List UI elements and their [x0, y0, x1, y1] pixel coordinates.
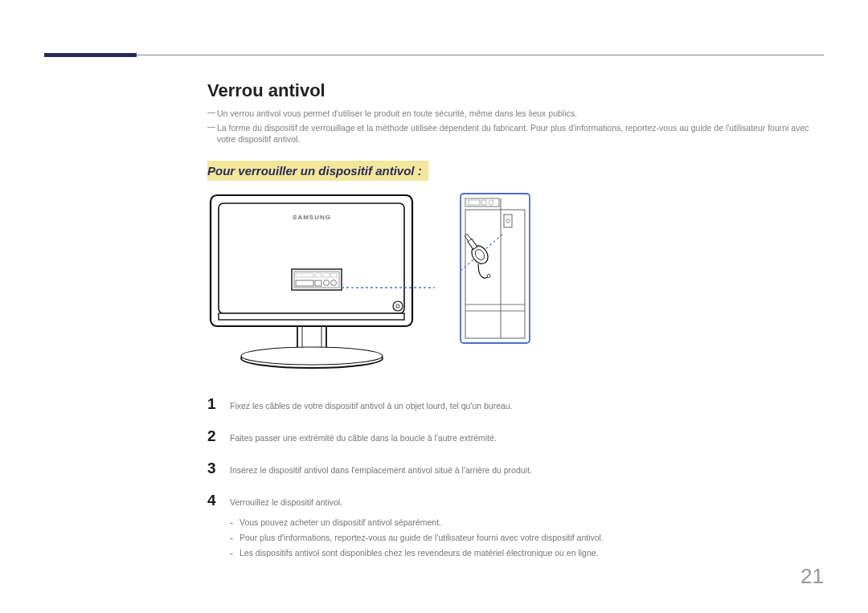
step-text: Faites passer une extrémité du câble dan… [230, 432, 497, 445]
sub-note-2: Pour plus d'informations, reportez-vous … [230, 531, 824, 545]
svg-rect-13 [330, 273, 337, 277]
svg-point-9 [331, 280, 337, 286]
svg-point-8 [324, 280, 330, 286]
sub-title: Pour verrouiller un dispositif antivol : [207, 161, 428, 181]
steps-list: 1 Fixez les câbles de votre dispositif a… [207, 395, 824, 559]
accent-bar [44, 53, 137, 57]
step-num: 4 [207, 492, 219, 509]
svg-rect-26 [465, 210, 525, 338]
svg-rect-12 [323, 273, 330, 277]
lock-detail-illustration [459, 192, 531, 345]
step-text: Insérez le dispositif antivol dans l'emp… [230, 464, 532, 477]
note-line-2: La forme du dispositif de verrouillage e… [207, 122, 824, 145]
step-num: 3 [207, 460, 219, 477]
sub-note-1: Vous pouvez acheter un dispositif antivo… [230, 516, 824, 529]
top-rule [44, 55, 824, 55]
monitor-back-illustration: SAMSUNG [207, 192, 436, 373]
svg-rect-7 [315, 280, 321, 286]
diagram-row: SAMSUNG [207, 192, 824, 373]
sub-notes: Vous pouvez acheter un dispositif antivo… [230, 516, 824, 559]
svg-rect-2 [219, 313, 404, 320]
step-4: 4 Verrouillez le dispositif antivol. [207, 492, 824, 509]
note-line-1: Un verrou antivol vous permet d'utiliser… [207, 108, 824, 120]
svg-point-29 [506, 219, 510, 223]
sub-note-3: Les dispositifs antivol sont disponibles… [230, 546, 824, 560]
step-text: Fixez les câbles de votre dispositif ant… [230, 400, 513, 413]
content-area: Verrou antivol Un verrou antivol vous pe… [207, 80, 824, 561]
svg-rect-23 [469, 200, 480, 205]
svg-point-25 [489, 200, 493, 205]
page-number: 21 [800, 564, 824, 589]
svg-rect-24 [481, 200, 486, 205]
section-title: Verrou antivol [207, 80, 824, 101]
svg-text:SAMSUNG: SAMSUNG [293, 214, 331, 221]
step-text: Verrouillez le dispositif antivol. [230, 497, 342, 509]
step-num: 2 [207, 427, 219, 445]
svg-point-20 [241, 347, 383, 365]
svg-rect-10 [296, 273, 313, 277]
step-num: 1 [207, 395, 219, 413]
svg-point-15 [396, 304, 399, 308]
step-1: 1 Fixez les câbles de votre dispositif a… [207, 395, 824, 413]
step-3: 3 Insérez le dispositif antivol dans l'e… [207, 460, 824, 477]
svg-rect-6 [296, 280, 313, 286]
svg-rect-11 [315, 273, 321, 277]
step-2: 2 Faites passer une extrémité du câble d… [207, 427, 824, 445]
